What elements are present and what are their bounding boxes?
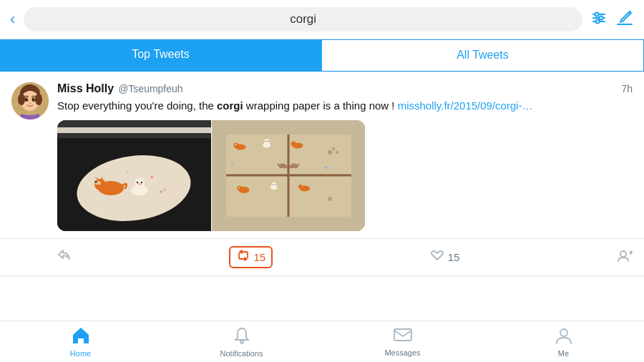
svg-point-14 xyxy=(34,98,35,99)
tweet-time: 7h xyxy=(621,83,633,94)
svg-point-57 xyxy=(328,150,332,155)
svg-point-30 xyxy=(164,188,166,190)
svg-text:✦: ✦ xyxy=(125,170,129,175)
retweet-icon xyxy=(236,249,250,265)
tweet-link[interactable]: missholly.fr/2015/09/corgi-… xyxy=(398,99,533,112)
follow-button[interactable] xyxy=(617,249,633,265)
svg-point-60 xyxy=(328,197,332,201)
bottom-navigation: Home Notifications Messages Me xyxy=(0,321,644,362)
compose-icon[interactable] xyxy=(615,9,634,31)
notifications-icon xyxy=(233,326,251,348)
svg-point-42 xyxy=(263,142,270,147)
search-tabs: Top Tweets All Tweets xyxy=(0,39,644,72)
header: ‹ corgi xyxy=(0,0,644,39)
tweet-image-right: ✦ ✦ xyxy=(211,120,365,231)
svg-point-29 xyxy=(160,190,162,193)
tweet-username: Miss Holly xyxy=(57,82,114,95)
nav-home[interactable]: Home xyxy=(0,321,161,362)
retweet-count: 15 xyxy=(254,251,266,263)
svg-point-68 xyxy=(560,329,567,336)
svg-point-58 xyxy=(332,147,335,150)
tweet-content: Miss Holly @Tseumpfeuh 7h Stop everythin… xyxy=(57,82,633,231)
svg-point-10 xyxy=(35,94,42,105)
svg-point-15 xyxy=(29,102,31,104)
svg-point-46 xyxy=(291,141,296,146)
svg-rect-18 xyxy=(57,127,211,133)
tweet-image[interactable]: ♥ ✦ xyxy=(57,120,365,231)
reply-button[interactable] xyxy=(57,249,72,265)
svg-point-12 xyxy=(32,97,36,102)
svg-point-50 xyxy=(238,186,238,187)
svg-point-56 xyxy=(298,185,303,189)
search-query: corgi xyxy=(290,12,316,26)
svg-point-48 xyxy=(238,185,243,190)
svg-point-5 xyxy=(596,19,600,23)
svg-rect-67 xyxy=(394,329,411,341)
tweet-text: Stop everything you're doing, the corgi … xyxy=(57,98,633,114)
me-icon xyxy=(555,326,573,348)
nav-notifications[interactable]: Notifications xyxy=(161,321,322,362)
search-bar[interactable]: corgi xyxy=(24,7,582,31)
home-label: Home xyxy=(70,349,91,358)
svg-point-40 xyxy=(234,143,235,144)
svg-point-66 xyxy=(240,341,243,343)
avatar[interactable] xyxy=(11,82,49,119)
tweet-user: Miss Holly @Tseumpfeuh xyxy=(57,82,183,95)
tweet-header: Miss Holly @Tseumpfeuh 7h xyxy=(57,82,633,95)
svg-point-11 xyxy=(25,97,29,102)
svg-point-53 xyxy=(272,184,273,185)
nav-messages[interactable]: Messages xyxy=(322,321,483,362)
favorite-button[interactable]: 15 xyxy=(430,249,460,265)
svg-point-63 xyxy=(620,251,626,257)
svg-point-52 xyxy=(270,185,278,189)
svg-point-44 xyxy=(268,140,268,141)
notifications-label: Notifications xyxy=(220,349,263,358)
svg-point-43 xyxy=(265,140,265,141)
home-icon xyxy=(71,326,91,348)
reply-icon xyxy=(57,249,72,265)
tab-top-tweets[interactable]: Top Tweets xyxy=(0,39,321,72)
svg-point-28 xyxy=(137,182,142,185)
tweet-item: Miss Holly @Tseumpfeuh 7h Stop everythin… xyxy=(0,72,644,239)
tweet-image-left: ♥ ✦ xyxy=(57,120,211,231)
back-button[interactable]: ‹ xyxy=(10,11,15,27)
messages-icon xyxy=(393,327,413,347)
tweet-actions: 15 15 xyxy=(0,239,644,276)
svg-text:✦: ✦ xyxy=(230,162,235,168)
svg-text:✦: ✦ xyxy=(323,164,328,172)
svg-text:♥: ♥ xyxy=(150,174,154,180)
nav-me[interactable]: Me xyxy=(483,321,644,362)
svg-point-25 xyxy=(131,185,148,195)
messages-label: Messages xyxy=(384,348,420,357)
retweet-button[interactable]: 15 xyxy=(229,246,273,268)
tab-all-tweets[interactable]: All Tweets xyxy=(321,39,644,72)
me-label: Me xyxy=(558,349,569,358)
filter-icon[interactable] xyxy=(591,10,607,29)
svg-point-13 xyxy=(26,98,28,99)
favorite-icon xyxy=(430,249,444,265)
svg-point-54 xyxy=(275,184,275,185)
svg-point-3 xyxy=(595,12,599,16)
favorite-count: 15 xyxy=(448,251,460,263)
svg-point-9 xyxy=(18,94,25,105)
svg-point-4 xyxy=(600,16,603,19)
svg-point-23 xyxy=(95,180,97,182)
follow-icon xyxy=(617,249,633,265)
svg-point-59 xyxy=(336,151,338,154)
tweet-handle: @Tseumpfeuh xyxy=(118,83,182,94)
